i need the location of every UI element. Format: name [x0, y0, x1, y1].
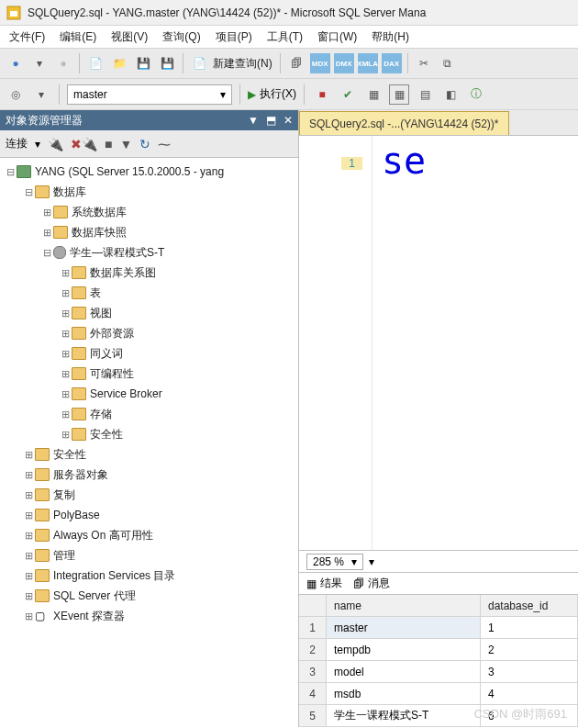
resize-icon[interactable]: ▾ [369, 555, 374, 568]
menu-help[interactable]: 帮助(H) [372, 29, 409, 45]
node-synonyms[interactable]: 同义词 [90, 346, 123, 362]
cut-icon[interactable]: ✂ [414, 53, 434, 73]
expand-icon[interactable]: ⊞ [59, 328, 72, 340]
expand-icon[interactable]: ⊞ [22, 570, 35, 582]
code-content[interactable]: se [372, 136, 435, 550]
menu-project[interactable]: 项目(P) [216, 29, 252, 45]
collapse-icon[interactable]: ⊟ [40, 247, 53, 259]
node-snapshot[interactable]: 数据库快照 [72, 225, 127, 241]
save-icon[interactable]: 💾 [133, 53, 153, 73]
expand-icon[interactable]: ⊞ [22, 530, 35, 542]
node-server-obj[interactable]: 服务器对象 [53, 467, 108, 483]
plan-icon[interactable]: ▦ [363, 84, 383, 105]
col-header-dbid[interactable]: database_id [481, 595, 578, 617]
zoom-select[interactable]: 285 % ▾ [306, 554, 363, 570]
expand-icon[interactable]: ⊞ [22, 510, 35, 521]
parse-icon[interactable]: ✔ [338, 84, 358, 105]
menu-edit[interactable]: 编辑(E) [60, 29, 96, 45]
connect-icon[interactable]: 🔌 [48, 137, 63, 151]
expand-icon[interactable]: ⊞ [40, 227, 53, 239]
save-all-icon[interactable]: 💾 [157, 53, 177, 73]
dmx-icon[interactable]: DMX [334, 53, 354, 73]
table-row[interactable]: 3 model 3 [299, 661, 578, 683]
results-text-icon[interactable]: ▤ [415, 84, 435, 105]
table-row[interactable]: 1 master 1 [299, 617, 578, 639]
menu-file[interactable]: 文件(F) [9, 29, 45, 45]
node-replication[interactable]: 复制 [53, 487, 75, 503]
menu-query[interactable]: 查询(Q) [162, 29, 200, 45]
expand-icon[interactable]: ⊞ [22, 550, 35, 562]
expand-icon[interactable]: ⊞ [59, 308, 72, 319]
include-plan-icon[interactable]: ◧ [440, 84, 461, 105]
expand-icon[interactable]: ⊞ [22, 610, 35, 622]
refresh-icon[interactable]: ↻ [139, 137, 150, 151]
stop-icon[interactable]: ■ [105, 137, 112, 151]
node-alwayson[interactable]: Always On 高可用性 [53, 528, 153, 543]
editor-tab[interactable]: SQLQuery2.sql -...(YANG\14424 (52))* [299, 111, 509, 135]
expand-icon[interactable]: ⊞ [59, 429, 72, 441]
node-xevent[interactable]: XEvent 探查器 [53, 609, 125, 624]
server-node[interactable]: YANG (SQL Server 15.0.2000.5 - yang [35, 165, 224, 178]
expand-icon[interactable]: ⊞ [40, 207, 53, 218]
back-drop-icon[interactable]: ▾ [29, 53, 50, 73]
expand-icon[interactable]: ⊞ [59, 267, 72, 279]
expand-icon[interactable]: ⊞ [22, 469, 35, 481]
expand-icon[interactable]: ⊞ [59, 287, 72, 299]
database-selector[interactable]: master ▾ [67, 84, 232, 105]
collapse-icon[interactable]: ⊟ [4, 166, 17, 178]
dropdown-icon[interactable]: ▾ [31, 84, 51, 105]
node-student-db[interactable]: 学生—课程模式S-T [70, 245, 164, 261]
node-agent[interactable]: SQL Server 代理 [53, 588, 136, 604]
new-query-button[interactable]: 新建查询(N) [213, 56, 272, 72]
new-file-icon[interactable]: 📄 [85, 53, 106, 73]
table-row[interactable]: 4 msdb 4 [299, 683, 578, 705]
filter-icon[interactable]: ▼ [119, 137, 132, 151]
tab-messages[interactable]: 🗐消息 [353, 576, 390, 591]
query-type-icon[interactable]: 🗐 [286, 53, 306, 73]
node-security[interactable]: 安全性 [53, 447, 86, 463]
stop-icon[interactable]: ■ [312, 84, 332, 105]
menu-view[interactable]: 视图(V) [111, 29, 148, 45]
menu-tools[interactable]: 工具(T) [267, 29, 303, 45]
expand-icon[interactable]: ⊞ [22, 449, 35, 461]
dax-icon[interactable]: DAX [382, 53, 402, 73]
expand-icon[interactable]: ⊞ [59, 409, 72, 420]
code-editor[interactable]: 1 se [299, 136, 578, 550]
expand-icon[interactable]: ⊞ [59, 388, 72, 400]
stats-icon[interactable]: ⓘ [466, 84, 486, 105]
tab-results[interactable]: ▦结果 [306, 576, 342, 591]
fwd-button[interactable]: ● [53, 53, 73, 73]
activity-icon[interactable]: ⁓ [158, 137, 171, 151]
node-management[interactable]: 管理 [53, 548, 75, 564]
explorer-tree[interactable]: ⊟YANG (SQL Server 15.0.2000.5 - yang ⊟数据… [0, 158, 298, 727]
node-views[interactable]: 视图 [90, 306, 112, 321]
node-diagrams[interactable]: 数据库关系图 [90, 265, 156, 281]
expand-icon[interactable]: ⊞ [22, 590, 35, 602]
node-prog[interactable]: 可编程性 [90, 366, 134, 382]
node-databases[interactable]: 数据库 [53, 185, 86, 200]
node-integration[interactable]: Integration Services 目录 [53, 568, 175, 584]
results-grid-icon[interactable]: ▦ [389, 84, 409, 105]
new-query-icon[interactable]: 📄 [189, 53, 209, 73]
node-storage[interactable]: 存储 [90, 407, 112, 422]
collapse-icon[interactable]: ⊟ [22, 186, 35, 198]
back-button[interactable]: ● [6, 53, 26, 73]
node-sysdb[interactable]: 系统数据库 [72, 205, 127, 220]
node-polybase[interactable]: PolyBase [53, 509, 100, 521]
expand-icon[interactable]: ⊞ [59, 368, 72, 380]
expand-icon[interactable]: ⊞ [22, 489, 35, 501]
status-icon[interactable]: ◎ [6, 84, 26, 105]
disconnect-icon[interactable]: ✖🔌 [71, 137, 97, 151]
close-icon[interactable]: ✕ [283, 114, 293, 127]
copy-icon[interactable]: ⧉ [438, 53, 458, 73]
pin-icon[interactable]: ⬒ [266, 114, 276, 127]
node-ext[interactable]: 外部资源 [90, 326, 134, 342]
node-tables[interactable]: 表 [90, 286, 101, 301]
expand-icon[interactable]: ⊞ [59, 348, 72, 360]
open-icon[interactable]: 📁 [109, 53, 129, 73]
execute-button[interactable]: ▶ 执行(X) [248, 86, 296, 102]
dropdown-icon[interactable]: ▼ [248, 114, 259, 127]
mdx-icon[interactable]: MDX [310, 53, 330, 73]
table-row[interactable]: 2 tempdb 2 [299, 639, 578, 661]
node-sec-inner[interactable]: 安全性 [90, 427, 123, 442]
